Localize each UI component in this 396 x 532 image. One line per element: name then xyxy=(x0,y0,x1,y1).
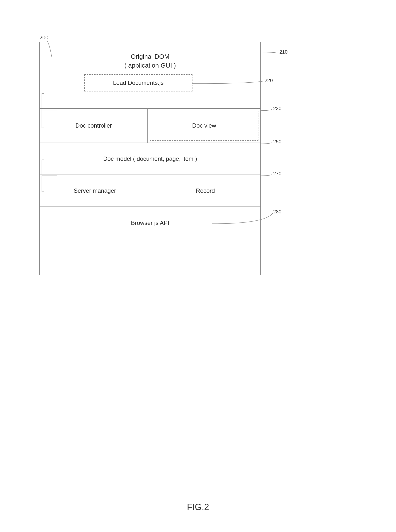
svg-text:280: 280 xyxy=(273,209,281,214)
original-dom-line1: Original DOM xyxy=(124,52,176,61)
record-text: Record xyxy=(196,187,215,194)
svg-text:220: 220 xyxy=(265,78,273,83)
svg-text:230: 230 xyxy=(273,106,281,111)
doc-controller-text: Doc controller xyxy=(75,122,112,129)
section-doc-row: Doc controller Doc view xyxy=(40,109,260,143)
section-doc-model: Doc model ( document, page, item ) xyxy=(40,143,260,175)
section-record: Record xyxy=(150,175,260,207)
section-browser-api: Browser js API xyxy=(40,207,260,239)
server-manager-text: Server manager xyxy=(74,187,116,194)
diagram-container: 200 Original DOM ( application GUI ) Loa… xyxy=(39,27,310,297)
section-server-manager: Server manager xyxy=(40,175,150,207)
browser-api-text: Browser js API xyxy=(131,220,169,226)
svg-text:270: 270 xyxy=(273,171,281,176)
fig-caption: FIG.2 xyxy=(187,502,209,512)
original-dom-text: Original DOM ( application GUI ) xyxy=(124,52,176,70)
original-dom-line2: ( application GUI ) xyxy=(124,61,176,70)
section-server-row: Server manager Record xyxy=(40,175,260,207)
section-doc-view: Doc view xyxy=(150,111,258,141)
svg-text:250: 250 xyxy=(273,139,281,144)
section-doc-controller: Doc controller xyxy=(40,109,148,143)
page: 200 Original DOM ( application GUI ) Loa… xyxy=(0,0,396,532)
load-documents-box: Load Documents.js xyxy=(84,74,192,91)
doc-model-text: Doc model ( document, page, item ) xyxy=(103,155,197,162)
main-box: Original DOM ( application GUI ) Load Do… xyxy=(39,42,261,275)
section-original-dom: Original DOM ( application GUI ) Load Do… xyxy=(40,42,260,109)
load-documents-text: Load Documents.js xyxy=(113,79,163,86)
svg-text:210: 210 xyxy=(279,49,287,55)
doc-view-text: Doc view xyxy=(192,122,216,129)
label-200: 200 xyxy=(39,34,48,41)
